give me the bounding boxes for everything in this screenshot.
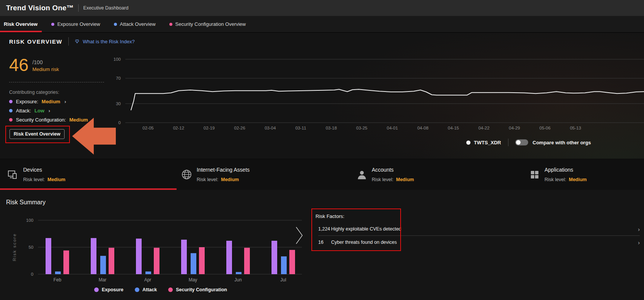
purple-dot-icon — [9, 100, 13, 103]
org-series-dot-icon — [466, 141, 470, 145]
legend-label: Security Configuration — [176, 287, 227, 292]
risk-level-value: Medium — [396, 177, 414, 182]
tab-label: Security Configuration Overview — [175, 21, 246, 27]
category-name: Security Configuration: — [16, 117, 66, 123]
org-series-label[interactable]: TWTS_XDR — [474, 140, 501, 145]
bar-chart-legend: ExposureAttackSecurity Configuration — [94, 287, 227, 292]
risk-score-caption: Medium risk — [32, 66, 59, 72]
purple-dot-icon — [51, 23, 54, 26]
risk-factor-row-cves[interactable]: 1,224 Highly exploitable CVEs detected › — [318, 223, 640, 235]
risk-level-value: Medium — [569, 177, 587, 182]
risk-level-value: Medium — [221, 177, 239, 182]
line-chart-legend: TWTS_XDR Compare with other orgs — [466, 137, 591, 147]
category-name: Attack: — [16, 108, 31, 114]
risk-level-value: Medium — [47, 177, 65, 182]
dashed-separator — [9, 82, 104, 82]
dashboard-tab-bar: Risk Overview Exposure Overview Attack O… — [0, 16, 644, 33]
asset-card-applications[interactable]: Applications Risk level:Medium — [526, 159, 644, 190]
legend-item[interactable]: Security Configuration — [168, 287, 227, 292]
asset-card-accounts[interactable]: Accounts Risk level:Medium — [351, 159, 526, 190]
compare-orgs-label: Compare with other orgs — [533, 140, 591, 145]
legend-label: Attack — [142, 287, 157, 292]
devices-icon — [8, 170, 18, 180]
risk-factors-list: 1,224 Highly exploitable CVEs detected ›… — [318, 223, 640, 249]
asset-card-internet-facing-assets[interactable]: Internet-Facing Assets Risk level:Medium — [175, 159, 351, 190]
person-icon — [357, 170, 367, 180]
chevron-right-icon: › — [65, 99, 66, 104]
asset-card-risk: Risk level:Medium — [197, 177, 249, 182]
blue-dot-icon — [9, 109, 13, 112]
tab-security-configuration-overview[interactable]: Security Configuration Overview — [169, 21, 246, 27]
risk-level-label: Risk level: — [23, 177, 45, 182]
tab-exposure-overview[interactable]: Exposure Overview — [51, 21, 100, 27]
app-title: Trend Vision One™ — [6, 4, 74, 12]
help-link-label: What is the Risk Index? — [83, 39, 135, 44]
tab-label: Attack Overview — [120, 21, 156, 27]
panel-title: RISK OVERVIEW — [9, 38, 62, 45]
risk-score-max: /100 — [32, 59, 59, 65]
category-name: Exposure: — [16, 99, 38, 104]
active-tab-underline — [0, 31, 42, 32]
legend-label: Exposure — [102, 287, 123, 292]
legend-dot-icon — [94, 287, 99, 292]
asset-card-title: Accounts — [372, 167, 414, 173]
risk-score-block: 46 /100 Medium risk — [9, 56, 59, 74]
asset-card-title: Devices — [23, 167, 65, 173]
asset-card-risk: Risk level:Medium — [23, 177, 65, 182]
risk-summary-title: Risk Summary — [6, 199, 46, 206]
risk-factors-title: Risk Factors: — [316, 213, 344, 219]
category-row-exposure[interactable]: Exposure: Medium › — [9, 99, 66, 104]
risk-level-label: Risk level: — [197, 177, 218, 182]
pink-dot-icon — [169, 23, 172, 26]
tab-label: Exposure Overview — [57, 21, 100, 27]
risk-overview-header: RISK OVERVIEW What is the Risk Index? — [9, 37, 135, 46]
tab-attack-overview[interactable]: Attack Overview — [114, 21, 156, 27]
risk-event-overview-button[interactable]: Risk Event Overview — [9, 129, 65, 139]
risk-factor-label: Highly exploitable CVEs detected — [331, 226, 401, 232]
tab-risk-overview[interactable]: Risk Overview — [4, 21, 38, 27]
vertical-divider — [508, 139, 508, 146]
header-divider — [78, 4, 79, 12]
asset-card-risk: Risk level:Medium — [545, 177, 587, 182]
chevron-right-icon: › — [49, 108, 50, 114]
legend-item[interactable]: Exposure — [94, 287, 123, 292]
grid-icon — [530, 170, 540, 180]
asset-card-devices[interactable]: Devices Risk level:Medium — [0, 159, 175, 190]
app-subtitle: Executive Dashboard — [83, 5, 128, 11]
executive-dashboard-screen: Trend Vision One™ Executive Dashboard Ri… — [0, 0, 644, 300]
category-level: Medium — [42, 99, 60, 104]
legend-dot-icon — [135, 287, 139, 292]
asset-card-title: Applications — [545, 167, 587, 173]
chevron-right-icon: › — [92, 117, 94, 123]
chevron-right-icon: › — [638, 226, 640, 232]
risk-factor-label: Cyber threats found on devices — [331, 240, 397, 245]
asset-card-risk: Risk level:Medium — [372, 177, 414, 182]
lightbulb-icon — [74, 38, 80, 44]
category-level: Low — [35, 108, 44, 114]
app-header: Trend Vision One™ Executive Dashboard — [0, 0, 644, 16]
risk-factor-count: 16 — [318, 240, 331, 245]
legend-dot-icon — [168, 287, 173, 292]
tab-label: Risk Overview — [4, 21, 38, 27]
globe-icon — [182, 169, 192, 180]
vertical-divider — [68, 37, 69, 46]
risk-level-label: Risk level: — [545, 177, 566, 182]
category-row-security-configuration[interactable]: Security Configuration: Medium › — [9, 117, 94, 123]
risk-level-label: Risk level: — [372, 177, 393, 182]
blue-dot-icon — [114, 23, 117, 26]
category-level: Medium — [69, 117, 88, 123]
risk-score-value: 46 — [9, 56, 28, 74]
asset-category-tabs: Devices Risk level:Medium Internet-Facin… — [0, 159, 644, 190]
pink-dot-icon — [9, 118, 13, 122]
chevron-right-icon: › — [638, 239, 640, 246]
legend-item[interactable]: Attack — [135, 287, 157, 292]
risk-factor-count: 1,224 — [318, 226, 331, 232]
contributing-categories-label: Contributing categories: — [9, 90, 59, 95]
risk-factor-row-cyber-threats[interactable]: 16 Cyber threats found on devices › — [318, 236, 640, 249]
asset-card-title: Internet-Facing Assets — [197, 167, 249, 173]
toggle-knob — [516, 140, 521, 145]
risk-index-help-link[interactable]: What is the Risk Index? — [74, 38, 135, 44]
category-row-attack[interactable]: Attack: Low › — [9, 108, 50, 114]
compare-orgs-toggle[interactable] — [515, 139, 528, 145]
